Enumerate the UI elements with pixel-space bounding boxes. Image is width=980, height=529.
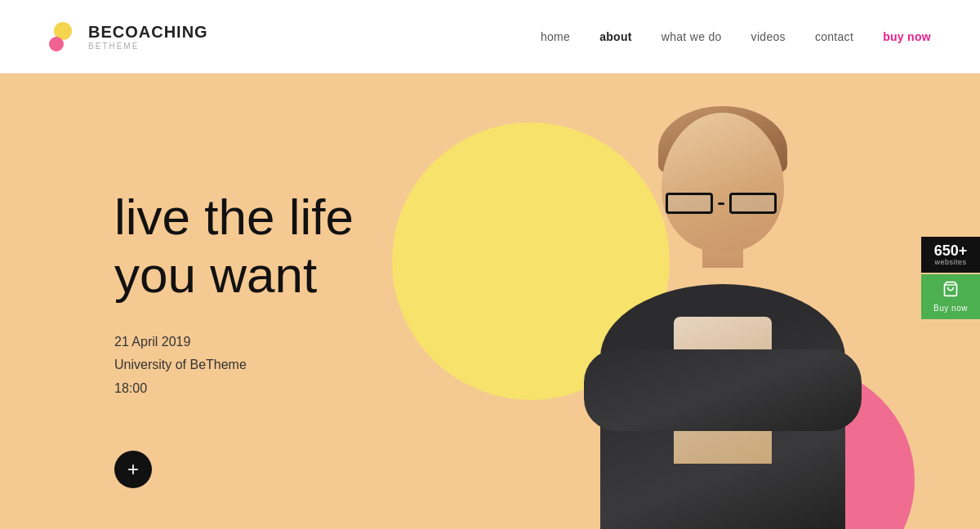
hero-section: live the life you want 21 April 2019 Uni… [0,73,980,529]
person-arms [584,349,862,431]
person-glasses [666,193,780,216]
nav-about[interactable]: about [599,30,632,43]
hero-date: 21 April 2019 [114,331,354,354]
nav-contact[interactable]: contact [815,30,853,43]
dot-pink-icon [49,37,64,51]
hero-headline-line1: live the life [114,189,354,245]
glasses-bridge [718,202,724,205]
shopping-bag-icon [942,281,959,300]
logo-text: BECOACHING BETHEME [88,23,208,51]
hero-headline: live the life you want [114,188,354,305]
nav-videos[interactable]: videos [751,30,786,43]
buy-widget[interactable]: Buy now [921,274,980,319]
hero-time: 18:00 [114,377,354,401]
glasses-right-lens [729,193,777,214]
plus-button[interactable]: + [114,451,152,488]
hero-event-details: 21 April 2019 University of BeTheme 18:0… [114,331,354,401]
side-widgets: 650+ websites Buy now [921,237,980,319]
nav-what-we-do[interactable]: what we do [662,30,722,43]
hero-headline-line2: you want [114,247,317,303]
website-counter-widget: 650+ websites [921,237,980,273]
nav-home[interactable]: home [541,30,570,43]
brand-name: BECOACHING [88,23,208,42]
person-figure [547,96,898,529]
header: BECOACHING BETHEME home about what we do… [0,0,980,73]
logo-dots [49,22,78,51]
nav-buy-now[interactable]: buy now [883,30,931,43]
counter-number: 650+ [929,243,972,258]
glasses-left-lens [666,193,713,214]
brand-subtitle: BETHEME [88,42,208,51]
main-nav: home about what we do videos contact buy… [541,30,931,43]
counter-label: websites [929,258,972,266]
buy-widget-label: Buy now [933,304,968,313]
hero-venue: University of BeTheme [114,353,354,377]
hero-content: live the life you want 21 April 2019 Uni… [114,188,354,401]
logo-area: BECOACHING BETHEME [49,22,208,51]
